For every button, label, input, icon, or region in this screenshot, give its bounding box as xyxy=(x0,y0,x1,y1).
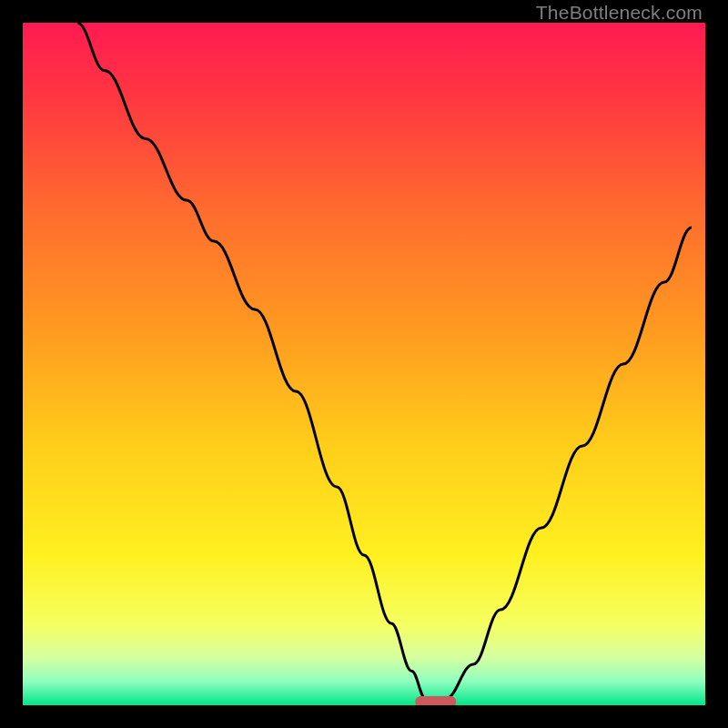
bottleneck-chart xyxy=(23,23,705,705)
watermark-text: TheBottleneck.com xyxy=(536,2,703,24)
chart-frame xyxy=(23,23,705,705)
optimum-marker xyxy=(415,696,456,705)
gradient-background xyxy=(23,23,705,705)
